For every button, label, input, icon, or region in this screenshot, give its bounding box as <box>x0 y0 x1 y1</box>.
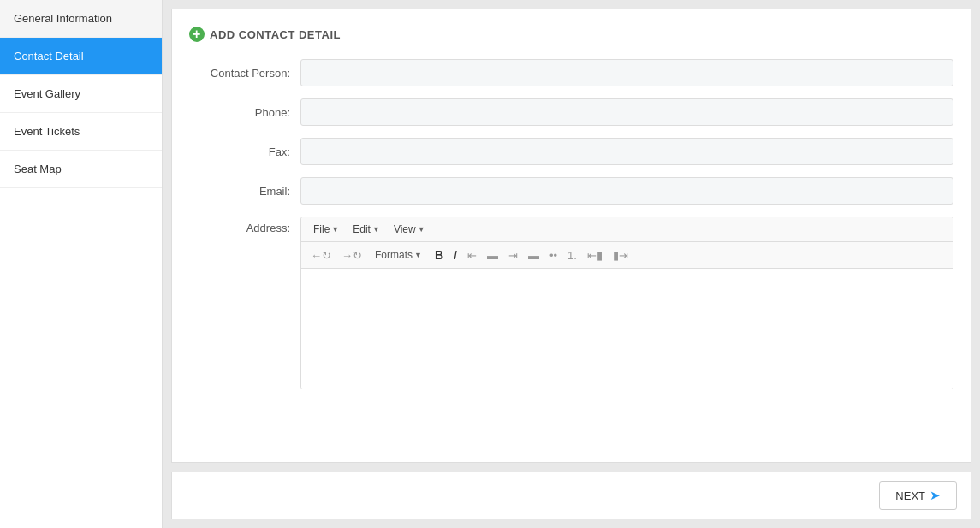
sidebar-item-seat-map[interactable]: Seat Map <box>0 151 162 188</box>
sidebar-item-event-tickets[interactable]: Event Tickets <box>0 113 162 151</box>
phone-input[interactable] <box>300 98 953 126</box>
file-menu-caret: ▼ <box>331 225 339 234</box>
phone-label: Phone: <box>189 106 300 119</box>
address-row: Address: File ▼ Edit ▼ View ▼ <box>189 217 953 389</box>
ordered-list-button[interactable]: 1. <box>563 246 581 264</box>
bottom-panel: NEXT ➤ <box>171 472 971 519</box>
unordered-list-button[interactable]: •• <box>545 246 561 264</box>
contact-person-input[interactable] <box>300 59 953 86</box>
view-menu-caret: ▼ <box>418 225 425 234</box>
email-row: Email: <box>189 177 953 205</box>
sidebar: General Information Contact Detail Event… <box>0 0 163 528</box>
align-right-button[interactable]: ⇥ <box>504 246 522 264</box>
outdent-button[interactable]: ⇤▮ <box>583 246 607 264</box>
add-contact-label: ADD CONTACT DETAIL <box>210 28 341 41</box>
formats-menu[interactable]: Formats ▼ <box>368 246 429 264</box>
editor-body[interactable] <box>301 269 953 389</box>
content-panel: + ADD CONTACT DETAIL Contact Person: Pho… <box>171 9 971 463</box>
sidebar-item-event-gallery[interactable]: Event Gallery <box>0 75 162 113</box>
next-button[interactable]: NEXT ➤ <box>879 481 957 510</box>
undo-button[interactable]: ←↻ <box>306 246 336 264</box>
phone-row: Phone: <box>189 98 953 126</box>
align-left-button[interactable]: ⇤ <box>463 246 481 264</box>
file-menu[interactable]: File ▼ <box>306 221 346 238</box>
sidebar-item-contact-detail[interactable]: Contact Detail <box>0 38 162 75</box>
address-editor: File ▼ Edit ▼ View ▼ ←↻ →↻ <box>300 217 953 389</box>
email-label: Email: <box>189 185 300 198</box>
next-arrow-icon: ➤ <box>930 488 941 503</box>
sidebar-item-general-information[interactable]: General Information <box>0 0 162 38</box>
edit-menu[interactable]: Edit ▼ <box>346 221 387 238</box>
justify-button[interactable]: ▬ <box>524 246 543 264</box>
editor-menubar: File ▼ Edit ▼ View ▼ <box>301 217 953 242</box>
align-center-button[interactable]: ▬ <box>483 246 502 264</box>
redo-button[interactable]: →↻ <box>337 246 366 264</box>
address-label: Address: <box>189 217 300 234</box>
edit-menu-caret: ▼ <box>372 225 380 234</box>
view-menu[interactable]: View ▼ <box>387 221 432 238</box>
formats-caret: ▼ <box>414 251 422 259</box>
email-input[interactable] <box>300 177 953 205</box>
contact-person-row: Contact Person: <box>189 59 953 86</box>
fax-row: Fax: <box>189 138 953 165</box>
main-content: + ADD CONTACT DETAIL Contact Person: Pho… <box>163 0 980 528</box>
fax-input[interactable] <box>300 138 953 165</box>
bold-button[interactable]: B <box>431 246 448 264</box>
contact-person-label: Contact Person: <box>189 67 300 80</box>
add-contact-icon[interactable]: + <box>189 27 205 42</box>
editor-toolbar: ←↻ →↻ Formats ▼ B I ⇤ ▬ ⇥ ▬ •• 1. ⇤▮ ▮⇥ <box>301 242 953 269</box>
add-contact-header: + ADD CONTACT DETAIL <box>189 27 953 42</box>
fax-label: Fax: <box>189 145 300 158</box>
italic-button[interactable]: I <box>449 246 461 264</box>
indent-button[interactable]: ▮⇥ <box>609 246 633 264</box>
